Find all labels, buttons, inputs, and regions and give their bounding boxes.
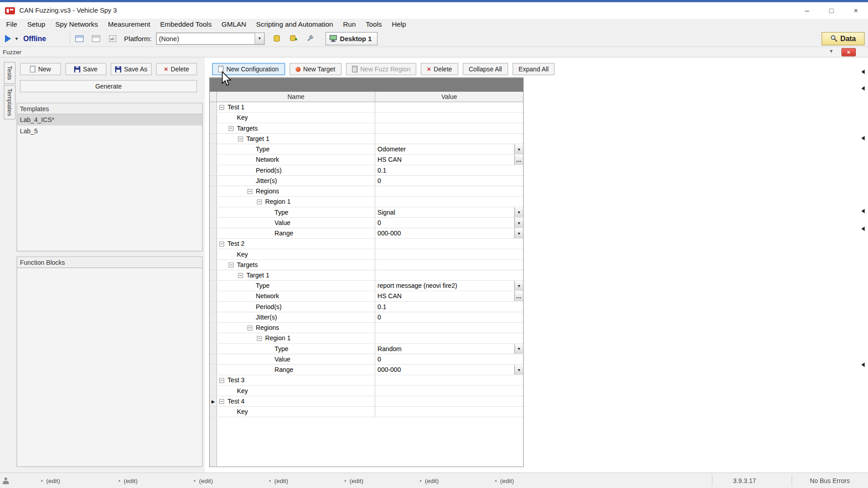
- row-value-cell[interactable]: [375, 249, 523, 259]
- tree-row-target-1[interactable]: −Target 1: [210, 270, 523, 281]
- row-value-cell[interactable]: 000-000▼: [375, 365, 523, 375]
- menu-measurement[interactable]: Measurement: [103, 19, 156, 31]
- row-value-cell[interactable]: 000-000▼: [375, 228, 523, 238]
- column-header-value[interactable]: Value: [375, 92, 523, 102]
- panel-menu-chevron-icon[interactable]: ▾: [830, 48, 832, 54]
- menu-spy-networks[interactable]: Spy Networks: [50, 19, 103, 31]
- collapse-box-icon[interactable]: −: [247, 189, 252, 194]
- collapse-box-icon[interactable]: −: [219, 241, 224, 246]
- tree-row-range[interactable]: Range000-000▼: [210, 365, 523, 375]
- tree-row-key[interactable]: Key: [210, 407, 523, 417]
- tree-row-target-1[interactable]: −Target 1: [210, 134, 523, 144]
- run-button[interactable]: [2, 33, 13, 44]
- tree-row-value[interactable]: Value0▼: [210, 218, 523, 228]
- dropdown-button[interactable]: ▼: [514, 281, 524, 291]
- row-value-cell[interactable]: HS CAN…: [375, 155, 523, 164]
- row-value-cell[interactable]: report message (neovi fire2)▼: [375, 281, 523, 291]
- row-value-cell[interactable]: Signal▼: [375, 207, 523, 217]
- ellipsis-button[interactable]: …: [514, 155, 524, 164]
- menu-gmlan[interactable]: GMLAN: [217, 19, 251, 31]
- save-button[interactable]: Save: [65, 63, 106, 75]
- panel-close-button[interactable]: ×: [841, 48, 856, 56]
- side-tab-templates[interactable]: Templates: [4, 85, 16, 119]
- database-add-button[interactable]: [287, 33, 300, 45]
- ellipsis-button[interactable]: …: [514, 291, 524, 301]
- menu-setup[interactable]: Setup: [22, 19, 50, 31]
- tree-row-targets[interactable]: −Targets: [210, 260, 523, 270]
- menu-scripting-and-automation[interactable]: Scripting and Automation: [251, 19, 338, 31]
- tree-row-region-1[interactable]: −Region 1: [210, 197, 523, 207]
- tree-row-period-s[interactable]: Period(s)0.1: [210, 165, 523, 176]
- maximize-button[interactable]: □: [819, 2, 844, 19]
- new-target-button[interactable]: New Target: [289, 63, 341, 75]
- menu-help[interactable]: Help: [387, 19, 411, 31]
- menu-embedded-tools[interactable]: Embedded Tools: [155, 19, 217, 31]
- tree-row-region-1[interactable]: −Region 1: [210, 333, 523, 344]
- row-value-cell[interactable]: Odometer▼: [375, 144, 523, 154]
- collapse-box-icon[interactable]: −: [257, 199, 262, 204]
- row-value-cell[interactable]: HS CAN…: [375, 291, 523, 301]
- tab-desktop-1[interactable]: Desktop 1: [326, 32, 378, 45]
- tree-row-targets[interactable]: −Targets: [210, 123, 523, 134]
- platform-select[interactable]: (None) ▼: [156, 33, 264, 45]
- delete-button[interactable]: ×Delete: [156, 63, 197, 75]
- tree-row-type[interactable]: TypeOdometer▼: [210, 144, 523, 155]
- tree-row-key[interactable]: Key: [210, 113, 523, 123]
- side-tab-tests[interactable]: Tests: [4, 62, 16, 84]
- tree-row-test-2[interactable]: −Test 2: [210, 239, 523, 249]
- minimize-button[interactable]: –: [795, 2, 819, 19]
- row-value-cell[interactable]: 0: [375, 312, 523, 322]
- collapse-box-icon[interactable]: −: [257, 336, 262, 341]
- row-value-cell[interactable]: Random▼: [375, 344, 523, 354]
- row-value-cell[interactable]: [375, 386, 523, 396]
- dropdown-button[interactable]: ▼: [514, 144, 524, 154]
- dropdown-button[interactable]: ▼: [514, 218, 524, 228]
- tree-row-test-4[interactable]: ▶−Test 4: [210, 396, 523, 407]
- collapse-box-icon[interactable]: −: [238, 273, 243, 278]
- menu-run[interactable]: Run: [338, 19, 361, 31]
- template-item-lab-4-ics[interactable]: Lab_4_ICS*: [17, 114, 202, 125]
- save-as-button[interactable]: Save As: [111, 63, 152, 75]
- tree-row-test-3[interactable]: −Test 3: [210, 375, 523, 385]
- generate-button[interactable]: Generate: [20, 80, 197, 92]
- tools-button[interactable]: [303, 33, 316, 45]
- messages-view-button[interactable]: [72, 33, 85, 45]
- tree-row-network[interactable]: NetworkHS CAN…: [210, 291, 523, 302]
- row-value-cell[interactable]: 0.1: [375, 165, 523, 175]
- dropdown-button[interactable]: ▼: [514, 344, 524, 354]
- run-dropdown-caret-icon[interactable]: ▼: [14, 36, 19, 41]
- tree-row-key[interactable]: Key: [210, 386, 523, 396]
- delete-button[interactable]: ×Delete: [421, 63, 458, 75]
- document-view-button[interactable]: ab: [106, 33, 119, 45]
- row-value-cell[interactable]: 0: [375, 354, 523, 364]
- template-item-lab-5[interactable]: Lab_5: [17, 126, 202, 136]
- tree-row-type[interactable]: Typereport message (neovi fire2)▼: [210, 281, 523, 291]
- close-button[interactable]: ×: [844, 2, 868, 19]
- collapse-box-icon[interactable]: −: [229, 262, 234, 267]
- tree-row-jitter-s[interactable]: Jitter(s)0: [210, 176, 523, 186]
- row-value-cell[interactable]: 0.1: [375, 302, 523, 312]
- collapse-box-icon[interactable]: −: [247, 325, 252, 330]
- tree-row-network[interactable]: NetworkHS CAN…: [210, 155, 523, 165]
- collapse-box-icon[interactable]: −: [229, 126, 234, 131]
- tree-row-jitter-s[interactable]: Jitter(s)0: [210, 312, 523, 323]
- new-button[interactable]: New: [20, 63, 61, 75]
- data-button[interactable]: Data: [821, 32, 865, 45]
- row-value-cell[interactable]: 0: [375, 176, 523, 186]
- tree-row-type[interactable]: TypeSignal▼: [210, 207, 523, 218]
- tree-row-value[interactable]: Value0: [210, 354, 523, 365]
- tree-row-regions[interactable]: −Regions: [210, 323, 523, 333]
- database-button[interactable]: [270, 33, 283, 45]
- menu-file[interactable]: File: [1, 19, 22, 31]
- tree-row-test-1[interactable]: −Test 1: [210, 102, 523, 113]
- tree-row-range[interactable]: Range000-000▼: [210, 228, 523, 239]
- dropdown-button[interactable]: ▼: [514, 228, 524, 238]
- column-header-name[interactable]: Name: [217, 92, 375, 102]
- expand-all-button[interactable]: Expand All: [513, 63, 555, 75]
- tree-row-key[interactable]: Key: [210, 249, 523, 260]
- menu-tools[interactable]: Tools: [361, 19, 387, 31]
- tree-row-period-s[interactable]: Period(s)0.1: [210, 302, 523, 312]
- row-value-cell[interactable]: [375, 407, 523, 417]
- row-value-cell[interactable]: 0▼: [375, 218, 523, 228]
- secondary-view-button[interactable]: [89, 33, 102, 45]
